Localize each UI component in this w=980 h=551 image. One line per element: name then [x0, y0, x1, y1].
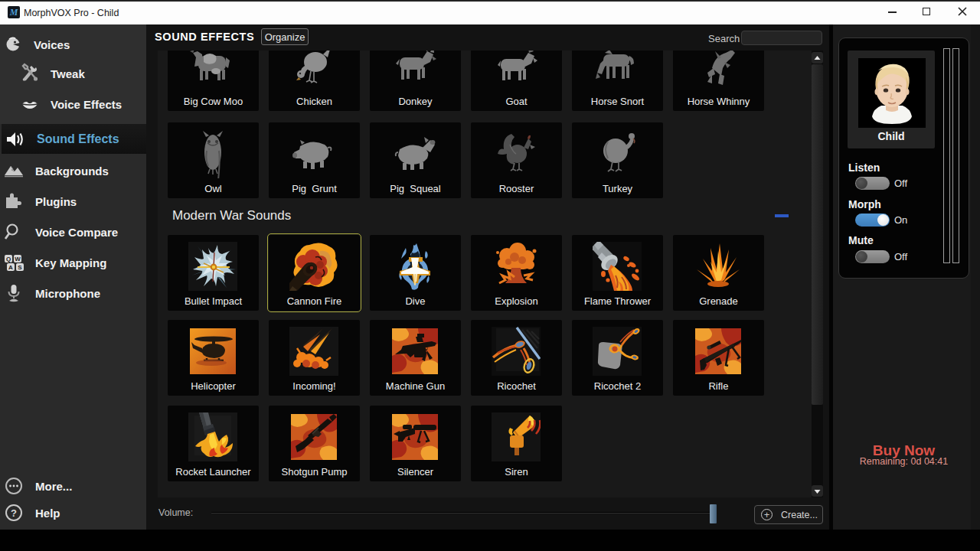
- svg-text:?: ?: [11, 507, 17, 519]
- svg-text:S: S: [18, 264, 22, 271]
- svg-text:A: A: [8, 264, 13, 271]
- svg-text:W: W: [15, 256, 21, 262]
- svg-text:Q: Q: [6, 256, 11, 262]
